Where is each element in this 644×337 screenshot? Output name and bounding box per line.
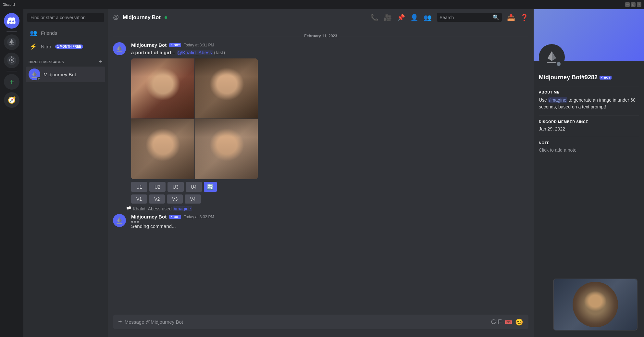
titlebar-title: Discord	[3, 3, 15, 6]
v4-button[interactable]: V4	[185, 194, 201, 204]
note-title: NOTE	[539, 141, 639, 145]
find-conversation-search[interactable]: Find or start a conversation	[27, 13, 104, 22]
dm-status-dot	[37, 77, 40, 80]
portrait-1	[131, 58, 194, 119]
attach-button[interactable]: +	[118, 318, 122, 326]
friends-nav-item[interactable]: 👥 Friends	[26, 26, 105, 40]
message-input-wrapper: + GIF 🎟️ 😊	[113, 315, 528, 329]
profile-avatar	[539, 44, 565, 70]
checkmark-icon: ✓	[170, 44, 173, 46]
dot-2	[134, 221, 136, 223]
sending-dots	[131, 221, 527, 223]
image-cell-4[interactable]	[195, 119, 258, 179]
video-person	[573, 282, 618, 327]
image-grid	[131, 58, 258, 179]
dm-sidebar: Find or start a conversation 👥 Friends ⚡…	[23, 9, 108, 337]
u2-button[interactable]: U2	[149, 182, 166, 192]
emoji-button[interactable]: 😊	[515, 318, 523, 326]
message-author-1: Midjourney Bot	[131, 42, 167, 48]
about-me-text: Use /imagine to generate an image in und…	[539, 97, 639, 110]
close-button[interactable]: ✕	[637, 2, 641, 7]
inbox-button[interactable]: 📥	[507, 14, 515, 21]
dot-1	[131, 221, 133, 223]
refresh-icon: 🔄	[207, 184, 214, 190]
members-button[interactable]: 👥	[424, 14, 432, 21]
portrait-2	[195, 58, 258, 119]
profile-note-section: NOTE Click to add a note	[539, 137, 639, 153]
sticker-button[interactable]: 🎟️	[504, 318, 513, 326]
explore-button[interactable]: 🧭	[4, 92, 19, 108]
image-cell-3[interactable]	[131, 119, 194, 179]
message-header-2: Midjourney Bot ✓ BOT Today at 3:32 PM	[131, 214, 528, 219]
add-friend-button[interactable]: 👤	[410, 14, 418, 21]
dm-name-midjourney: Midjourney Bot	[43, 72, 76, 77]
server-icon-ai[interactable]	[4, 53, 19, 68]
titlebar: Discord — □ ✕	[0, 0, 644, 9]
message-timestamp-2: Today at 3:32 PM	[184, 215, 214, 219]
dm-section: DIRECT MESSAGES + Midjourney Bot	[23, 53, 108, 82]
action-buttons-row2: V1 V2 V3 V4	[131, 194, 528, 204]
about-me-code: /imagine	[548, 97, 567, 103]
message-text-2: Sending command...	[131, 221, 528, 230]
profile-info: Midjourney Bot#9282 ✓ BOT ABOUT ME Use /…	[534, 61, 644, 158]
profile-status-ring	[556, 61, 562, 67]
message-content-2: Midjourney Bot ✓ BOT Today at 3:32 PM	[131, 214, 528, 230]
phone-button[interactable]: 📞	[370, 14, 378, 21]
titlebar-controls: — □ ✕	[625, 2, 641, 7]
v2-button[interactable]: V2	[149, 194, 165, 204]
date-label: February 11, 2023	[304, 34, 337, 38]
refresh-button[interactable]: 🔄	[204, 182, 217, 192]
v1-button[interactable]: V1	[131, 194, 147, 204]
dm-item-midjourney[interactable]: Midjourney Bot	[26, 67, 105, 82]
image-cell-1[interactable]	[131, 58, 194, 119]
divider-line-left	[113, 36, 302, 36]
dm-section-header: DIRECT MESSAGES +	[26, 53, 105, 67]
discord-home-icon[interactable]	[4, 13, 19, 29]
sidebar-divider-2	[6, 71, 17, 71]
member-since-date: Jan 29, 2022	[539, 126, 639, 131]
gif-button[interactable]: GIF	[491, 318, 502, 326]
image-cell-2[interactable]	[195, 58, 258, 119]
message-mention: @Khalid_Abess	[177, 50, 213, 55]
portrait-4	[195, 119, 258, 179]
pin-button[interactable]: 📌	[397, 14, 405, 21]
message-avatar-1	[113, 42, 126, 55]
profile-username-text: Midjourney Bot	[539, 74, 581, 81]
messages-area: February 11, 2023 Midjourney Bot	[108, 26, 534, 315]
v3-button[interactable]: V3	[167, 194, 183, 204]
about-me-title: ABOUT ME	[539, 90, 639, 94]
main-content: @ Midjourney Bot 📞 🎥 📌 👤 👥 Search 🔍 📥 ❓	[108, 9, 534, 337]
header-search-label: Search	[440, 15, 491, 20]
portrait-3	[131, 119, 194, 179]
nitro-nav-item[interactable]: ⚡ Nitro 1 MONTH FREE	[26, 40, 105, 53]
help-button[interactable]: ❓	[520, 14, 528, 21]
add-dm-button[interactable]: +	[99, 58, 103, 65]
channel-name: Midjourney Bot	[123, 15, 160, 20]
header-search[interactable]: Search 🔍	[437, 13, 502, 22]
u1-button[interactable]: U1	[131, 182, 147, 192]
u4-button[interactable]: U4	[186, 182, 202, 192]
profile-username: Midjourney Bot#9282	[539, 74, 598, 81]
bot-badge-2: ✓ BOT	[169, 215, 181, 219]
message-input[interactable]	[125, 315, 489, 329]
server-icon-boat[interactable]	[4, 34, 19, 50]
divider-line-right	[340, 36, 528, 36]
dot-3	[137, 221, 139, 223]
member-since-title: DISCORD MEMBER SINCE	[539, 120, 639, 124]
message-content-1: Midjourney Bot ✓ BOT Today at 3:31 PM a …	[131, 42, 528, 204]
maximize-button[interactable]: □	[631, 2, 636, 7]
minimize-button[interactable]: —	[625, 2, 630, 7]
note-input[interactable]: Click to add a note	[539, 147, 639, 153]
search-icon: 🔍	[493, 14, 499, 20]
nitro-label: Nitro	[41, 44, 51, 49]
system-command: /imagine	[173, 206, 192, 211]
video-button[interactable]: 🎥	[384, 14, 392, 21]
video-content	[554, 279, 637, 330]
profile-about-section: ABOUT ME Use /imagine to generate an ima…	[539, 86, 639, 110]
add-server-button[interactable]: +	[4, 74, 19, 90]
message-bold-text: a portrait of a girl	[131, 50, 171, 55]
message-row-2: Midjourney Bot ✓ BOT Today at 3:32 PM	[108, 213, 534, 231]
sending-text: Sending command...	[131, 223, 176, 229]
nitro-icon: ⚡	[30, 43, 37, 50]
u3-button[interactable]: U3	[167, 182, 184, 192]
